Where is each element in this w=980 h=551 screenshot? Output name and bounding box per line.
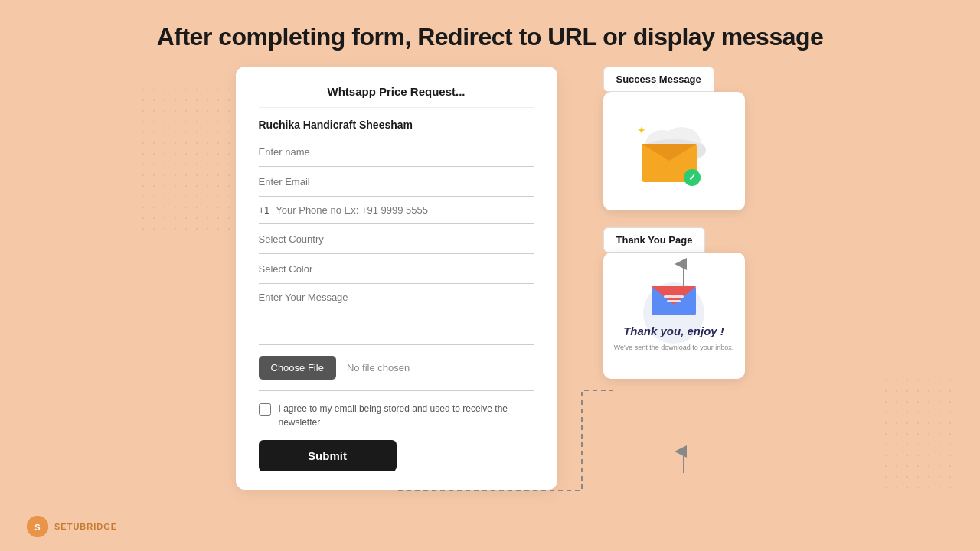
envelope-flap [642,144,697,161]
phone-prefix: +1 [259,204,270,216]
form-title: Whtsapp Price Request... [259,85,534,108]
checkbox-label: I agree to my email being stored and use… [279,402,534,429]
name-input[interactable] [259,146,534,158]
success-illustration: ✦ ✓ [635,121,712,182]
success-block: Success Message ✦ ✓ [603,67,745,210]
no-file-text: No file chosen [347,362,410,373]
message-field [259,284,534,345]
color-input[interactable] [259,263,534,275]
email-field [259,167,534,197]
thankyou-envelope-svg [650,280,697,318]
country-input[interactable] [259,233,534,245]
svg-rect-7 [664,295,684,298]
message-textarea[interactable] [259,292,534,334]
svg-rect-6 [652,286,696,289]
success-badge: Success Message [603,67,714,92]
logo-area: S SETUBRIDGE [27,516,117,537]
submit-button[interactable]: Submit [259,440,397,471]
color-field [259,254,534,284]
dots-decoration-right [880,375,957,490]
country-field [259,224,534,254]
email-input[interactable] [259,176,534,187]
form-card: Whtsapp Price Request... Ruchika Handicr… [236,67,557,490]
phone-field: +1 [259,197,534,224]
newsletter-checkbox[interactable] [259,403,271,416]
thankyou-text: Thank you, enjoy ! [623,324,724,337]
store-name: Ruchika Handicraft Sheesham [259,119,534,131]
logo-text: SETUBRIDGE [54,522,117,531]
phone-input[interactable] [276,204,534,216]
dots-decoration-left [138,84,230,237]
name-field [259,137,534,167]
sparkle-icon: ✦ [637,124,646,136]
logo-icon: S [27,516,48,537]
file-row: Choose File No file chosen [259,345,534,391]
thankyou-envelope-wrap [650,280,697,318]
choose-file-button[interactable]: Choose File [259,356,336,380]
success-preview-card: ✦ ✓ [603,92,745,210]
right-section: Success Message ✦ ✓ [603,67,745,379]
svg-text:S: S [34,523,40,532]
checkbox-row: I agree to my email being stored and use… [259,391,534,440]
thankyou-badge: Thank You Page [603,227,706,253]
page-title: After completing form, Redirect to URL o… [0,0,980,67]
svg-rect-8 [667,300,681,302]
check-icon: ✓ [684,169,701,186]
envelope-body: ✓ [642,144,697,182]
thankyou-preview-card: Thank you, enjoy ! We've sent the downlo… [603,253,745,379]
thankyou-block: Thank You Page [603,227,745,379]
thankyou-subtext: We've sent the download to your inbox. [614,344,734,351]
